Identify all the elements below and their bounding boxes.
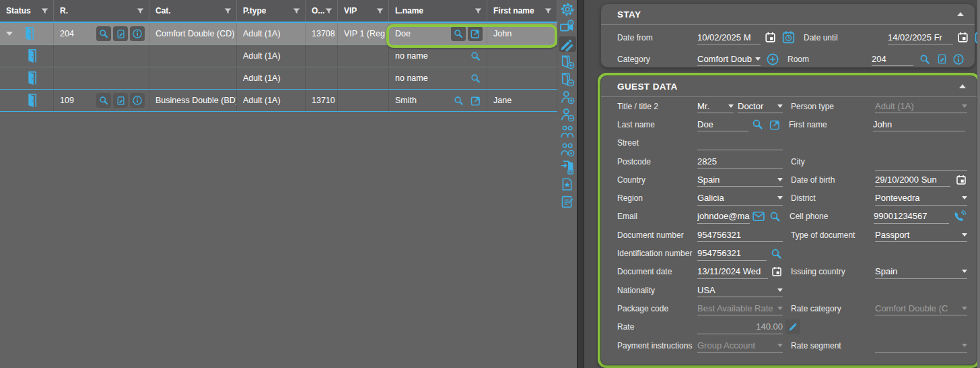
scrollbar[interactable] <box>977 0 980 368</box>
title2-select[interactable]: Doctor <box>738 99 783 113</box>
search-button[interactable] <box>451 26 466 41</box>
table-row[interactable]: 204 Comfort Double (CD) Adult (1A) 13708… <box>0 23 557 45</box>
column-header-vip[interactable]: VIP <box>338 0 389 22</box>
calendar-icon[interactable] <box>956 31 969 44</box>
title-select[interactable]: Mr. <box>697 99 734 113</box>
rate-field: 140.00 <box>697 320 783 334</box>
date-until-field[interactable]: 14/02/2025 Fr <box>888 30 953 44</box>
door-icon <box>24 26 37 42</box>
column-header-room[interactable]: R. <box>54 0 149 22</box>
open-external-icon[interactable] <box>769 119 781 131</box>
expand-caret-icon[interactable] <box>6 32 13 36</box>
stay-panel-header[interactable]: STAY <box>601 4 975 25</box>
document-date-field[interactable]: 13/11/2024 Wed <box>697 265 768 279</box>
search-icon[interactable] <box>919 53 931 65</box>
identification-number-field[interactable]: 954756321 <box>697 247 767 261</box>
search-icon[interactable] <box>751 118 764 131</box>
person-remove-icon[interactable] <box>559 106 576 122</box>
funnel-icon[interactable] <box>376 7 384 16</box>
cell-phone-field[interactable]: 99001234567 <box>874 210 949 224</box>
reservation-grid: Status R. Cat. P.type O... VIP L.name Fi… <box>0 0 557 112</box>
issuing-country-select[interactable]: Spain <box>875 265 967 279</box>
column-header-category[interactable]: Cat. <box>149 0 237 22</box>
info-icon[interactable] <box>952 53 965 65</box>
document-star-icon[interactable] <box>559 177 576 192</box>
funnel-icon[interactable] <box>474 7 483 16</box>
column-header-persontype[interactable]: P.type <box>237 0 306 22</box>
column-header-status[interactable]: Status <box>0 0 54 22</box>
edit-pencils-icon[interactable] <box>559 36 576 52</box>
search-button[interactable] <box>468 49 483 63</box>
search-button[interactable] <box>96 93 111 108</box>
collapse-arrow-icon[interactable] <box>957 12 964 16</box>
group-guests-status-icon[interactable] <box>559 142 576 157</box>
camera-clock-icon[interactable] <box>559 19 576 34</box>
first-name-field[interactable]: John <box>873 117 965 131</box>
person-add-icon[interactable] <box>559 89 576 104</box>
category-select[interactable]: Comfort Doub <box>697 52 761 66</box>
mail-icon[interactable] <box>752 210 765 223</box>
column-header-order[interactable]: O... <box>306 0 338 22</box>
region-select[interactable]: Galicia <box>697 191 783 206</box>
district-select[interactable]: Pontevedra <box>875 191 967 206</box>
funnel-icon[interactable] <box>136 7 145 16</box>
edit-rate-button[interactable] <box>785 319 800 334</box>
registration-card-button[interactable] <box>113 93 128 108</box>
settings-gear-icon[interactable] <box>559 1 576 17</box>
email-field[interactable]: johndoe@mai <box>697 210 750 224</box>
funnel-icon[interactable] <box>40 7 49 16</box>
info-button[interactable] <box>130 26 145 41</box>
room-cell <box>54 45 149 67</box>
nationality-label: Nationality <box>617 286 697 295</box>
registration-card-icon[interactable] <box>936 53 948 65</box>
document-edit-icon[interactable] <box>559 194 576 210</box>
rate-segment-select[interactable] <box>875 338 967 352</box>
room-move-icon[interactable] <box>559 159 576 175</box>
document-number-field[interactable]: 954756321 <box>697 228 783 242</box>
calendar-icon[interactable] <box>764 31 777 44</box>
funnel-icon[interactable] <box>324 7 333 16</box>
registration-card-button[interactable] <box>113 26 128 41</box>
room-cell <box>54 67 149 89</box>
search-button[interactable] <box>451 93 466 108</box>
chevron-down-icon <box>962 270 967 273</box>
postcode-field[interactable]: 2825 <box>697 154 783 168</box>
door-add-icon[interactable] <box>559 54 576 69</box>
city-field[interactable] <box>875 156 967 171</box>
last-name-field[interactable]: Doe <box>697 117 748 131</box>
country-label: Country <box>617 175 697 185</box>
calendar-icon[interactable] <box>955 174 967 186</box>
country-select[interactable]: Spain <box>697 173 783 187</box>
search-icon[interactable] <box>770 247 783 260</box>
chevron-down-icon <box>777 178 783 181</box>
phone-icon[interactable] <box>953 210 967 223</box>
calendar-icon[interactable] <box>771 266 783 278</box>
funnel-icon[interactable] <box>292 7 301 16</box>
funnel-icon[interactable] <box>223 7 232 16</box>
calendar-clock-icon[interactable] <box>781 30 796 44</box>
column-header-firstname[interactable]: First name <box>487 0 557 22</box>
column-header-lastname[interactable]: L.name <box>389 0 487 22</box>
door-remove-icon[interactable] <box>559 71 576 87</box>
table-row[interactable]: Adult (1A) no name <box>0 45 557 67</box>
type-of-document-select[interactable]: Passport <box>875 228 967 242</box>
search-button[interactable] <box>468 71 483 86</box>
table-row[interactable]: 109 Business Double (BD) Adult (1A) 1371… <box>0 90 557 112</box>
search-icon[interactable] <box>769 210 781 223</box>
open-external-button[interactable] <box>468 26 483 41</box>
street-field[interactable] <box>697 136 783 150</box>
search-button[interactable] <box>96 26 111 41</box>
date-from-field[interactable]: 10/02/2025 M <box>697 30 761 44</box>
add-circle-icon[interactable] <box>766 53 779 66</box>
date-of-birth-field[interactable]: 29/10/2000 Sun <box>875 173 950 187</box>
date-of-birth-label: Date of birth <box>791 175 875 185</box>
collapse-arrow-icon[interactable] <box>959 84 966 88</box>
guest-panel-header[interactable]: GUEST DATA <box>601 76 977 97</box>
funnel-icon[interactable] <box>544 7 553 16</box>
room-field[interactable]: 204 <box>872 52 913 66</box>
table-row[interactable]: Adult (1A) no name <box>0 67 557 90</box>
open-external-button[interactable] <box>468 93 483 108</box>
nationality-select[interactable]: USA <box>697 283 783 297</box>
info-button[interactable] <box>130 93 145 108</box>
group-guests-icon[interactable] <box>559 124 576 140</box>
